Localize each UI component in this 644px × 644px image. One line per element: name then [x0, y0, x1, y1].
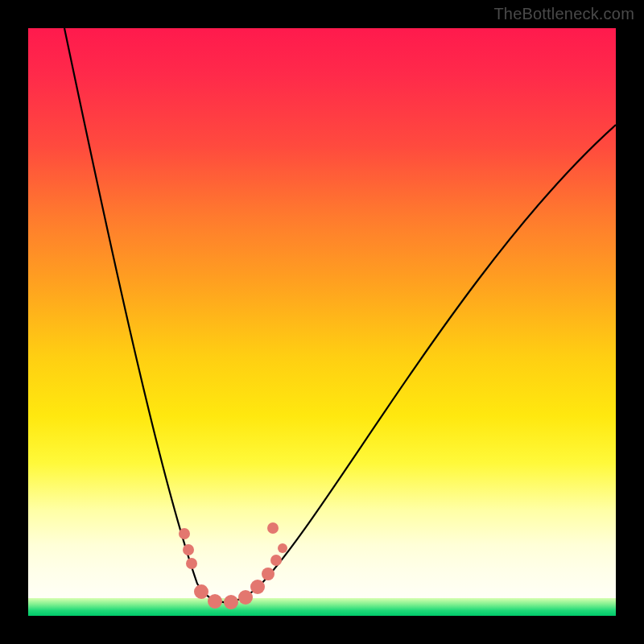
curve-marker — [267, 522, 279, 534]
curve-layer — [28, 28, 616, 616]
curve-marker — [183, 544, 194, 555]
bottleneck-curve — [64, 28, 616, 602]
plot-area — [28, 28, 616, 616]
watermark-text: TheBottleneck.com — [493, 5, 634, 23]
curve-marker — [224, 595, 238, 609]
curve-marker — [179, 528, 190, 539]
chart-frame: TheBottleneck.com — [0, 0, 644, 644]
curve-markers — [179, 522, 287, 609]
curve-marker — [186, 558, 197, 569]
curve-marker — [278, 543, 287, 553]
curve-marker — [208, 594, 222, 609]
curve-marker — [194, 584, 208, 599]
curve-marker — [262, 568, 275, 580]
curve-marker — [238, 590, 253, 605]
curve-marker — [250, 580, 265, 594]
curve-marker — [270, 555, 282, 566]
